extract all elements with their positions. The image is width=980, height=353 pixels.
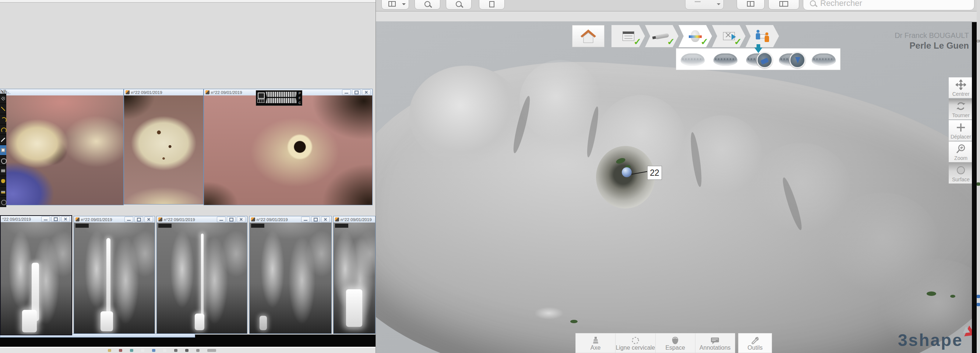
lower-arch-row[interactable] <box>266 98 297 103</box>
minimize-button[interactable] <box>41 216 50 222</box>
photo-window-1[interactable]: NT... <box>0 89 124 205</box>
search-input[interactable] <box>819 0 961 8</box>
zoom-view-button[interactable]: Zoom <box>949 142 973 162</box>
scan-3d-viewport[interactable]: 22 3shape <box>376 21 973 353</box>
taskbar-icon[interactable] <box>163 349 166 352</box>
chart-letter-c[interactable]: C <box>299 101 301 105</box>
tooth-outline-tool-icon[interactable] <box>0 155 6 166</box>
xray-window-5[interactable]: n°22 09/01/2019 <box>333 216 375 334</box>
xray-window-2-titlebar[interactable]: n°22 09/01/2019 <box>74 216 154 223</box>
close-button[interactable] <box>237 217 245 222</box>
taskbar-icon[interactable] <box>152 349 155 352</box>
minimize-button[interactable] <box>217 217 226 222</box>
taskbar-icon[interactable] <box>108 349 111 352</box>
measure-line-tool-icon[interactable] <box>0 104 6 114</box>
wizard-step-analyze[interactable]: ✓ <box>678 25 712 47</box>
annotations-button[interactable]: Annotations <box>695 334 735 353</box>
xray-window-4[interactable]: n°22 09/01/2019 <box>249 216 332 334</box>
photo-intraoral-2[interactable] <box>124 96 203 204</box>
screenshot-button[interactable] <box>737 0 765 10</box>
maximize-button[interactable] <box>227 217 235 222</box>
tooth-number-annotation[interactable]: 22 <box>647 166 662 180</box>
histogram-tool-icon[interactable] <box>0 187 6 197</box>
center-view-button[interactable]: Centrer <box>949 77 973 98</box>
panels-button[interactable] <box>768 0 799 10</box>
wizard-step-communicate[interactable] <box>746 25 779 47</box>
close-button[interactable] <box>362 89 371 95</box>
home-button[interactable] <box>572 25 605 47</box>
tooth-preparation-crater[interactable] <box>596 146 655 209</box>
annotate-pen-button[interactable] <box>685 0 724 10</box>
search-box[interactable] <box>803 0 974 10</box>
xray-image-5[interactable] <box>334 222 375 334</box>
wizard-step-scan[interactable]: ✓ <box>645 25 678 47</box>
taskbar-icon[interactable] <box>141 349 144 352</box>
probe-tool-icon[interactable] <box>0 135 6 145</box>
chart-letter-f[interactable]: F <box>299 96 301 100</box>
photo-window-3[interactable]: n°22 09/01/2019 <box>204 89 372 205</box>
minimize-button[interactable] <box>301 217 310 222</box>
taskbar-icon[interactable] <box>185 349 188 352</box>
layout-menu-button[interactable] <box>382 0 409 10</box>
chart-letter-p[interactable]: P <box>299 91 301 95</box>
zoom-in-button[interactable] <box>446 0 472 10</box>
rotate-180-tool-icon[interactable] <box>0 114 6 125</box>
taskbar-icon[interactable] <box>130 349 133 352</box>
crown-tool-icon[interactable] <box>0 176 6 187</box>
xray-image-2[interactable] <box>74 222 154 334</box>
maximize-button[interactable] <box>51 216 60 222</box>
taskbar-icon[interactable] <box>196 349 199 352</box>
tools-button[interactable]: Outils <box>738 333 772 353</box>
photo-intraoral-1[interactable] <box>0 96 123 205</box>
minimize-button[interactable] <box>342 89 351 95</box>
surface-view-button[interactable]: Surface <box>949 163 973 184</box>
xray-window-5-titlebar[interactable]: n°22 09/01/2019 <box>334 216 375 223</box>
xray-window-1-titlebar[interactable]: °22 09/01/2019 <box>1 216 72 222</box>
rotate-view-button[interactable]: Tourner <box>949 99 973 120</box>
maximize-button[interactable] <box>134 217 143 222</box>
photo-window-1-titlebar[interactable]: NT... <box>0 89 123 96</box>
thumbnail-upper-jaw[interactable] <box>677 50 708 69</box>
tooth-chart-arches[interactable] <box>265 91 298 105</box>
xray-image-4[interactable] <box>250 222 331 334</box>
photo-intraoral-3[interactable] <box>204 96 372 205</box>
photo-window-2-titlebar[interactable]: n°22 09/01/2019 <box>124 89 203 96</box>
space-tool-button[interactable]: Espace <box>655 334 695 353</box>
wizard-step-order-form[interactable]: ✓ <box>611 25 645 47</box>
rotate-90-tool-icon[interactable] <box>0 125 6 135</box>
xray-window-4-titlebar[interactable]: n°22 09/01/2019 <box>250 216 331 223</box>
document-button[interactable] <box>479 0 505 10</box>
film-tool-icon[interactable] <box>0 166 6 176</box>
maximize-button[interactable] <box>352 89 361 95</box>
close-button[interactable] <box>144 217 153 222</box>
pattern-tool-icon[interactable] <box>0 94 6 104</box>
xray-image-3[interactable] <box>157 222 247 334</box>
cervical-line-button[interactable]: Ligne cervicale <box>616 334 655 353</box>
photo-window-2[interactable]: n°22 09/01/2019 <box>124 89 204 204</box>
wizard-step-send[interactable]: ✓ <box>712 25 746 47</box>
close-button[interactable] <box>321 217 330 222</box>
tooth-chart-overlay[interactable]: P F C <box>256 90 302 106</box>
xray-window-1[interactable]: °22 09/01/2019 <box>0 215 72 335</box>
maximize-button[interactable] <box>311 217 320 222</box>
xray-window-3[interactable]: n°22 09/01/2019 <box>156 216 247 334</box>
minimize-button[interactable] <box>124 217 133 222</box>
axis-tool-button[interactable]: Axe <box>576 334 616 353</box>
close-button[interactable] <box>61 216 70 222</box>
xray-window-3-titlebar[interactable]: n°22 09/01/2019 <box>157 216 247 223</box>
thumbnail-implant-direction[interactable] <box>775 50 807 69</box>
xray-window-2[interactable]: n°22 09/01/2019 <box>74 216 155 334</box>
target-tool-icon[interactable] <box>0 197 6 207</box>
thumbnail-lower-jaw[interactable] <box>710 50 741 69</box>
pan-view-button[interactable]: Déplacer <box>949 120 973 141</box>
thumbnail-occlusion[interactable] <box>808 50 839 69</box>
camera-tool-icon[interactable] <box>0 145 6 155</box>
thumbnail-scanbody-detail[interactable] <box>743 50 774 69</box>
upper-arch-row[interactable] <box>266 92 297 97</box>
taskbar-icon[interactable] <box>174 349 177 352</box>
taskbar-icon[interactable] <box>119 349 122 352</box>
taskbar-icon[interactable] <box>207 349 216 352</box>
xray-image-1[interactable] <box>1 222 72 335</box>
implant-marker-sphere[interactable] <box>622 167 632 177</box>
zoom-out-button[interactable] <box>415 0 440 10</box>
